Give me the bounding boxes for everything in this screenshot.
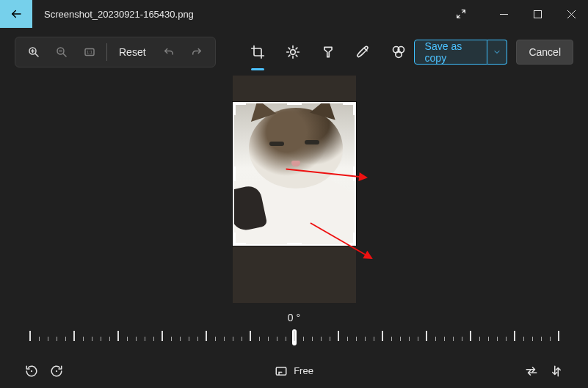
ruler-tick: [171, 337, 172, 341]
ruler-tick: [161, 331, 163, 341]
minimize-icon: [500, 10, 508, 18]
ruler-tick: [374, 337, 374, 341]
ruler-tick: [418, 337, 418, 341]
effects-tool-button[interactable]: [383, 37, 414, 67]
svg-point-14: [290, 49, 295, 54]
ruler-tick: [48, 337, 48, 341]
flip-horizontal-icon: [525, 365, 538, 378]
save-button[interactable]: Save as copy: [414, 40, 488, 65]
ruler-tick: [101, 337, 101, 341]
svg-point-26: [31, 370, 32, 372]
filter-icon: [321, 45, 335, 59]
crop-handle-bottom-left[interactable]: [233, 233, 236, 246]
zoom-in-button[interactable]: [20, 38, 48, 66]
ruler-tick: [303, 337, 304, 341]
bottom-toolbar: Free: [0, 354, 588, 388]
rotation-degree-label: 0 °: [288, 312, 300, 323]
ruler-tick: [57, 337, 57, 341]
reset-button[interactable]: Reset: [110, 38, 155, 66]
ruler-tick: [83, 337, 84, 341]
ruler-tick: [426, 331, 427, 341]
fullscreen-button[interactable]: [444, 0, 478, 28]
ruler-tick: [145, 337, 145, 341]
rotate-ccw-button[interactable]: [19, 359, 44, 384]
ruler-tick: [497, 337, 498, 341]
crop-handle-bottom[interactable]: [287, 243, 302, 246]
minimize-button[interactable]: [487, 0, 520, 28]
crop-handle-top-left[interactable]: [233, 102, 236, 115]
undo-icon: [162, 45, 175, 59]
zoom-out-button[interactable]: [48, 38, 76, 66]
cancel-button[interactable]: Cancel: [516, 40, 573, 65]
flip-vertical-button[interactable]: [544, 359, 569, 384]
adjust-tool-button[interactable]: [277, 37, 308, 67]
image-frame: [233, 76, 356, 303]
svg-rect-28: [276, 367, 286, 376]
redo-icon: [190, 45, 203, 59]
reset-label: Reset: [119, 46, 146, 58]
crop-handle-left[interactable]: [233, 166, 236, 181]
ruler-tick: [268, 337, 269, 341]
ruler-tick: [73, 331, 75, 341]
markup-tool-button[interactable]: [348, 37, 379, 67]
ruler-tick: [153, 337, 154, 341]
ruler-tick: [400, 337, 401, 341]
zoom-fit-button[interactable]: 1:1: [76, 38, 104, 66]
back-button[interactable]: [0, 0, 32, 28]
svg-rect-2: [534, 10, 541, 18]
save-label: Save as copy: [425, 40, 477, 64]
ruler-tick: [391, 337, 392, 341]
cancel-label: Cancel: [529, 46, 561, 58]
crop-handle-right[interactable]: [353, 166, 356, 181]
svg-text:1:1: 1:1: [87, 50, 93, 54]
ruler-tick: [233, 337, 233, 341]
crop-handle-bottom-right[interactable]: [353, 233, 356, 246]
crop-handle-top-right[interactable]: [353, 102, 356, 115]
aspect-ratio-button[interactable]: Free: [275, 365, 313, 378]
image-canvas[interactable]: [0, 76, 588, 303]
ruler-tick: [259, 337, 260, 341]
ruler-tick: [127, 337, 128, 341]
ruler-tick: [39, 337, 40, 341]
ruler-tick: [286, 337, 286, 341]
maximize-button[interactable]: [520, 0, 554, 28]
ruler-tick: [506, 337, 507, 341]
ruler-tick: [312, 337, 313, 341]
ruler-tick: [488, 337, 489, 341]
flip-horizontal-button[interactable]: [519, 359, 544, 384]
crop-tool-button[interactable]: [242, 37, 273, 67]
edit-tools-group: [242, 37, 414, 67]
save-split-button: Save as copy: [414, 40, 508, 65]
ruler-tick: [541, 337, 542, 341]
ruler-tick: [117, 331, 119, 341]
ruler-tick: [338, 331, 339, 341]
ruler-tick: [462, 337, 462, 341]
zoom-in-icon: [27, 45, 40, 59]
ruler-tick: [206, 331, 207, 341]
undo-button[interactable]: [155, 38, 183, 66]
crop-handle-top[interactable]: [287, 102, 302, 105]
svg-line-19: [288, 48, 290, 49]
filter-tool-button[interactable]: [313, 37, 344, 67]
ruler-tick: [532, 337, 533, 341]
svg-line-10: [63, 54, 66, 56]
svg-rect-1: [500, 14, 508, 15]
ruler-tick: [444, 337, 445, 341]
ruler-tick: [242, 337, 242, 341]
save-options-dropdown[interactable]: [487, 40, 507, 65]
ruler-tick: [109, 337, 110, 341]
rotate-cw-button[interactable]: [44, 359, 69, 384]
back-arrow-icon: [10, 7, 23, 21]
svg-line-22: [296, 48, 297, 49]
ruler-tick: [321, 337, 322, 341]
separator: [106, 43, 107, 61]
ruler-tick: [523, 337, 524, 341]
ruler-tick: [92, 337, 92, 341]
redo-button[interactable]: [183, 38, 211, 66]
editor-toolbar: 1:1 Reset Save as: [0, 28, 588, 76]
flip-vertical-icon: [550, 365, 563, 378]
maximize-icon: [534, 10, 542, 18]
ruler-tick: [365, 337, 366, 341]
close-button[interactable]: [554, 0, 588, 28]
rotation-ruler[interactable]: [30, 329, 559, 345]
